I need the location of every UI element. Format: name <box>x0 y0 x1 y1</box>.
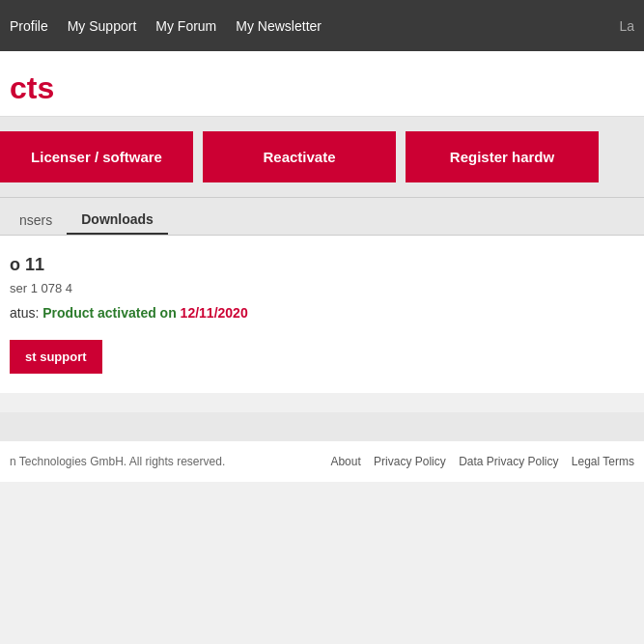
nav-newsletter[interactable]: My Newsletter <box>236 3 322 49</box>
main-content: o 11 ser 1 078 4 atus: Product activated… <box>0 236 644 393</box>
tab-downloads[interactable]: Downloads <box>67 206 168 235</box>
tabs-bar: nsers Downloads <box>0 198 644 236</box>
status-row: atus: Product activated on 12/11/2020 <box>10 305 634 321</box>
product-name: o 11 <box>10 255 634 275</box>
footer-copyright: n Technologies GmbH. All rights reserved… <box>10 455 225 468</box>
licenser-software-button[interactable]: Licenser / software <box>0 131 193 182</box>
page-header: cts <box>0 51 644 117</box>
nav-right-text: La <box>619 18 634 34</box>
status-label: atus: <box>10 305 39 321</box>
action-buttons-row: Licenser / software Reactivate Register … <box>0 117 644 198</box>
status-text-prefix: Product activated on <box>42 305 180 321</box>
status-text: Product activated on 12/11/2020 <box>42 305 247 321</box>
footer-privacy-policy[interactable]: Privacy Policy <box>374 455 446 468</box>
nav-support[interactable]: My Support <box>68 3 137 49</box>
footer-data-privacy[interactable]: Data Privacy Policy <box>459 455 558 468</box>
register-hardware-button[interactable]: Register hardw <box>406 131 599 182</box>
nav-profile[interactable]: Profile <box>10 3 48 49</box>
footer: n Technologies GmbH. All rights reserved… <box>0 441 644 482</box>
reactivate-button[interactable]: Reactivate <box>203 131 396 182</box>
nav-forum[interactable]: My Forum <box>155 3 216 49</box>
tab-licensers[interactable]: nsers <box>5 207 67 234</box>
top-nav: Profile My Support My Forum My Newslette… <box>0 0 644 51</box>
footer-legal-terms[interactable]: Legal Terms <box>572 455 634 468</box>
status-date: 12/11/2020 <box>181 305 248 321</box>
page-title: cts <box>10 70 634 106</box>
footer-spacer <box>0 412 644 441</box>
footer-links: About Privacy Policy Data Privacy Policy… <box>321 455 634 468</box>
footer-about[interactable]: About <box>330 455 360 468</box>
product-details: ser 1 078 4 <box>10 281 634 295</box>
support-button[interactable]: st support <box>10 340 102 374</box>
